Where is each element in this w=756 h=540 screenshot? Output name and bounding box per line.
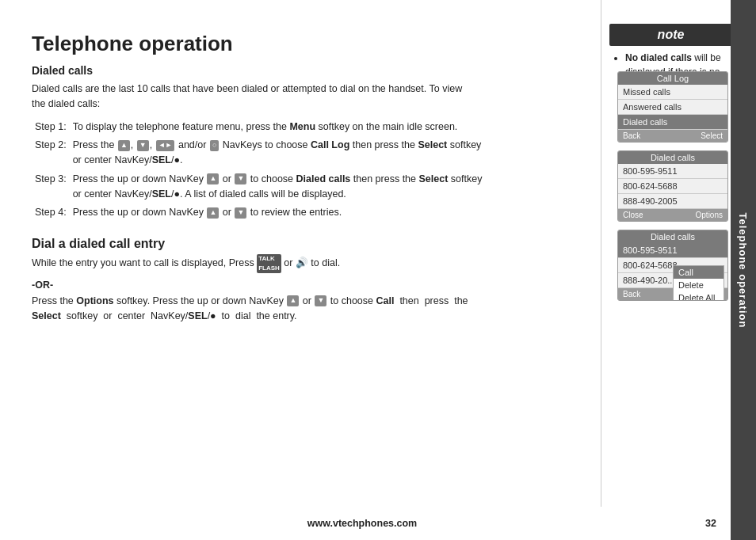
screen3-back-btn[interactable]: Back (623, 290, 640, 299)
screen1-item-dialed: Dialed calls (618, 115, 727, 130)
phone-screenshots: Call Log Missed calls Answered calls Dia… (617, 71, 732, 301)
section2-options-text: Press the Options softkey. Press the up … (32, 294, 475, 325)
or-text: -OR- (32, 280, 578, 291)
screen1-item-answered: Answered calls (618, 100, 727, 115)
steps-table: Step 1: To display the telephone feature… (32, 118, 491, 222)
nav-icon-up: ▲ (118, 140, 130, 151)
context-menu-call[interactable]: Call (674, 266, 724, 279)
screen1-title: Call Log (618, 72, 727, 85)
note-header: note (609, 24, 732, 46)
nav-icon-up2: ▲ (207, 173, 219, 184)
page-number: 32 (705, 518, 716, 529)
step-row: Step 2: Press the ▲, ▼, ◄► and/or ○ NavK… (32, 136, 491, 170)
step1-label: Step 1: (32, 118, 70, 136)
nav-icon-down2: ▼ (235, 173, 246, 184)
screen3-item-3-text: 888-490-20... (623, 276, 674, 285)
screen3-title: Dialed calls (618, 230, 727, 243)
step2-text: Press the ▲, ▼, ◄► and/or ○ NavKeys to c… (70, 136, 491, 170)
screen3-item-3: 888-490-20... Call Delete Delete All (618, 273, 727, 288)
page-title: Telephone operation (32, 32, 578, 56)
screen2-item-1: 800-595-9511 (618, 164, 727, 179)
context-menu: Call Delete Delete All (673, 265, 724, 301)
phone-screen-1: Call Log Missed calls Answered calls Dia… (617, 71, 728, 143)
step3-text: Press the up or down NavKey ▲ or ▼ to ch… (70, 170, 491, 204)
nav-icon-up3: ▲ (207, 207, 219, 219)
context-menu-delete-all[interactable]: Delete All (674, 291, 724, 301)
screen2-title: Dialed calls (618, 151, 727, 164)
step-row: Step 1: To display the telephone feature… (32, 118, 491, 136)
screen1-select-btn[interactable]: Select (701, 131, 723, 140)
nav-icon-down3: ▼ (235, 207, 246, 219)
step3-label: Step 3: (32, 170, 70, 204)
talk-icon: TALKFLASH (257, 254, 281, 273)
sidebar-tab: Telephone operation (731, 0, 756, 540)
nav-icon-center: ○ (210, 140, 219, 151)
phone-screen-2: Dialed calls 800-595-9511 800-624-5688 8… (617, 150, 728, 222)
nav-icon-down: ▼ (137, 140, 149, 151)
step-row: Step 3: Press the up or down NavKey ▲ or… (32, 170, 491, 204)
section1-heading: Dialed calls (32, 64, 578, 77)
screen1-bottom-bar: Back Select (618, 130, 727, 142)
nav-icon-lr: ◄► (156, 140, 175, 151)
step4-text: Press the up or down NavKey ▲ or ▼ to re… (70, 203, 491, 222)
divider-line (601, 0, 601, 507)
context-menu-delete[interactable]: Delete (674, 279, 724, 291)
step2-label: Step 2: (32, 136, 70, 170)
speaker-icon: 🔊 (296, 257, 308, 268)
screen2-item-3: 888-490-2005 (618, 194, 727, 209)
section2-heading: Dial a dialed call entry (32, 237, 578, 251)
screen2-options-btn[interactable]: Options (696, 211, 723, 219)
step-row: Step 4: Press the up or down NavKey ▲ or… (32, 203, 491, 222)
screen3-item-1: 800-595-9511 (618, 243, 727, 258)
main-content: Telephone operation Dialed calls Dialed … (0, 0, 602, 523)
screen1-back-btn[interactable]: Back (623, 131, 640, 140)
screen2-close-btn[interactable]: Close (623, 211, 643, 219)
screen2-item-2: 800-624-5688 (618, 179, 727, 194)
screen1-item-missed: Missed calls (618, 85, 727, 100)
sidebar-tab-label: Telephone operation (738, 212, 750, 328)
phone-screen-3: Dialed calls 800-595-9511 800-624-5688 8… (617, 230, 728, 301)
section2-intro: While the entry you want to call is disp… (32, 254, 475, 273)
screen2-bottom-bar: Close Options (618, 209, 727, 221)
nav-icon-up4: ▲ (287, 295, 299, 306)
footer-url: www.vtechphones.com (0, 518, 724, 529)
step1-text: To display the telephone feature menu, p… (70, 118, 491, 136)
section1-intro: Dialed calls are the last 10 calls that … (32, 82, 475, 112)
step4-label: Step 4: (32, 203, 70, 222)
nav-icon-down4: ▼ (315, 295, 326, 306)
